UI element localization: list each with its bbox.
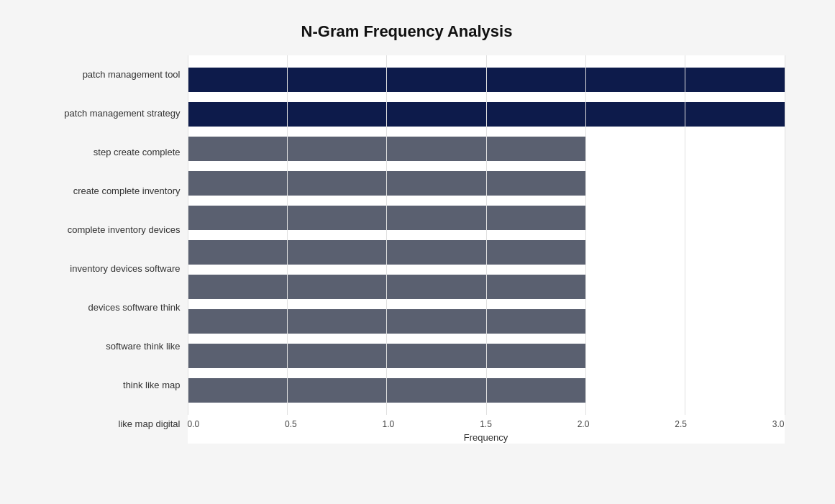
chart-area: patch management toolpatch management st… xyxy=(29,55,785,444)
bar xyxy=(188,206,585,230)
y-label: create complete inventory xyxy=(29,173,181,210)
x-tick-label: 2.0 xyxy=(578,419,590,429)
bar xyxy=(188,240,585,265)
x-tick-label: 0.0 xyxy=(188,419,200,429)
bar-row xyxy=(188,99,785,129)
y-label: step create complete xyxy=(29,134,181,171)
bar-row xyxy=(188,168,785,198)
grid-line xyxy=(785,55,785,415)
bars-container xyxy=(188,55,785,415)
x-tick-label: 0.5 xyxy=(285,419,297,429)
bar-row xyxy=(188,203,785,233)
bar xyxy=(188,102,785,127)
y-label: devices software think xyxy=(29,289,181,326)
bar-row xyxy=(188,65,785,95)
bar xyxy=(188,309,585,334)
chart-title: N-Gram Frequency Analysis xyxy=(29,22,785,41)
bar xyxy=(188,137,585,161)
x-tick-label: 3.0 xyxy=(772,419,785,429)
bar xyxy=(188,344,585,368)
x-axis-title: Frequency xyxy=(188,432,785,443)
bar-row xyxy=(188,134,785,164)
plot-area: 0.00.51.01.52.02.53.0 Frequency xyxy=(188,55,785,444)
y-label: inventory devices software xyxy=(29,250,181,288)
bar-row xyxy=(188,272,785,302)
bar xyxy=(188,68,785,92)
bar xyxy=(188,171,585,196)
x-tick-label: 1.5 xyxy=(480,419,492,429)
x-tick-label: 1.0 xyxy=(383,419,395,429)
y-label: complete inventory devices xyxy=(29,211,181,249)
y-label: think like map xyxy=(29,367,181,404)
y-label: software think like xyxy=(29,328,181,365)
y-label: patch management tool xyxy=(29,56,181,93)
bar-row xyxy=(188,375,785,406)
y-axis: patch management toolpatch management st… xyxy=(29,55,188,444)
x-axis: 0.00.51.01.52.02.53.0 Frequency xyxy=(188,415,785,444)
bar xyxy=(188,378,585,403)
y-label: like map digital xyxy=(29,406,181,443)
chart-container: N-Gram Frequency Analysis patch manageme… xyxy=(22,8,813,497)
bar-row xyxy=(188,237,785,267)
bar-row xyxy=(188,306,785,336)
bar xyxy=(188,275,585,299)
bar-row xyxy=(188,341,785,371)
y-label: patch management strategy xyxy=(29,95,181,132)
x-axis-labels: 0.00.51.01.52.02.53.0 xyxy=(188,415,785,429)
x-tick-label: 2.5 xyxy=(675,419,687,429)
